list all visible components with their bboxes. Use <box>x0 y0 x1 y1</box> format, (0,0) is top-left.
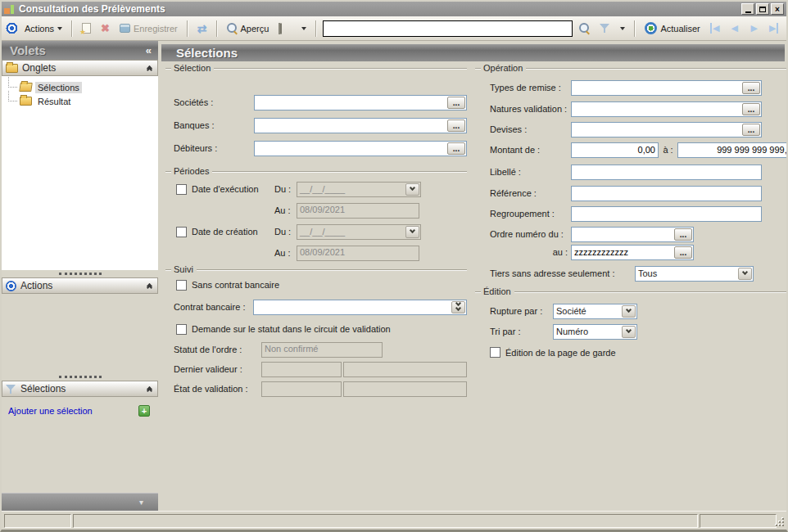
add-selection-button[interactable]: + <box>138 405 150 417</box>
new-document-icon <box>82 23 91 34</box>
save-button[interactable]: Enregistrer <box>116 22 181 35</box>
section-header-selections[interactable]: Sélections <box>2 381 158 397</box>
main-panel: Sélections Sélection Sociétés : ... Banq… <box>161 41 785 511</box>
nav-last-button[interactable]: ▶ <box>766 21 782 36</box>
actions-icon <box>6 22 18 34</box>
refresh-icon <box>645 22 657 34</box>
row-libelle: Libellé : <box>475 164 786 180</box>
search-button[interactable] <box>576 21 593 35</box>
demande-statut-checkbox[interactable] <box>176 324 187 335</box>
collapse-section-icon <box>147 387 152 390</box>
chevron-down-icon[interactable] <box>405 226 419 238</box>
natures-validation-browse-button[interactable]: ... <box>742 103 760 115</box>
chevron-down-icon[interactable] <box>622 326 636 338</box>
print-button[interactable] <box>275 22 295 35</box>
ordre-numero-au-browse-button[interactable]: ... <box>674 246 692 259</box>
minimize-button[interactable] <box>741 3 754 15</box>
montant-max-input[interactable] <box>678 143 788 157</box>
rupture-par-combo[interactable]: Société <box>553 304 637 319</box>
refresh-button[interactable]: Actualiser <box>641 20 703 36</box>
societes-input[interactable] <box>255 96 446 110</box>
actions-menu-button[interactable]: Actions <box>21 22 66 35</box>
chevron-down-icon[interactable] <box>622 305 636 318</box>
tiers-sans-adresse-combo[interactable]: Tous <box>635 266 754 282</box>
ordre-numero-du-input[interactable] <box>572 228 673 241</box>
devises-input[interactable] <box>572 123 741 137</box>
search-input[interactable] <box>323 20 573 37</box>
date-execution-checkbox[interactable] <box>176 184 187 195</box>
chevron-down-icon <box>620 27 625 30</box>
sidebar-splitter[interactable] <box>2 270 158 277</box>
page-title-bar: Sélections <box>161 44 785 61</box>
tri-par-combo[interactable]: Numéro <box>553 324 637 340</box>
collapse-section-icon <box>147 284 152 287</box>
maximize-button[interactable] <box>756 3 769 15</box>
nav-previous-button[interactable]: ◀ <box>727 21 743 36</box>
row-devises: Devises : ... <box>475 121 786 138</box>
libelle-input[interactable] <box>572 165 761 179</box>
debiteurs-input[interactable] <box>255 142 446 156</box>
section-header-actions[interactable]: Actions <box>2 277 158 294</box>
filter-dropdown-button[interactable] <box>617 25 628 32</box>
ordre-numero-au-input[interactable] <box>572 246 673 259</box>
delete-icon: ✖ <box>101 23 110 34</box>
devises-browse-button[interactable]: ... <box>742 124 760 136</box>
societes-browse-button[interactable]: ... <box>447 97 465 109</box>
new-button[interactable] <box>79 21 94 35</box>
add-selection-row: Ajouter une sélection + <box>2 397 158 417</box>
collapse-sidebar-button[interactable]: « <box>146 44 152 56</box>
nav-previous-icon: ◀ <box>731 23 737 34</box>
folder-icon <box>20 97 32 106</box>
sidebar-splitter[interactable] <box>2 373 158 381</box>
dernier-valideur-field-2 <box>343 362 467 377</box>
banques-browse-button[interactable]: ... <box>447 119 465 132</box>
nav-first-button[interactable]: ◀ <box>707 21 723 36</box>
double-chevron-down-icon[interactable] <box>451 301 465 313</box>
row-types-remise: Types de remise : ... <box>475 79 786 96</box>
banques-input[interactable] <box>255 119 446 133</box>
row-contrat-bancaire: Contrat bancaire : <box>165 299 467 315</box>
delete-button[interactable]: ✖ <box>97 21 113 35</box>
regroupement-input[interactable] <box>572 207 761 221</box>
date-creation-au-field: 08/09/2021 <box>297 246 419 261</box>
debiteurs-browse-button[interactable]: ... <box>447 142 465 155</box>
sidebar-header: Volets « <box>2 41 158 60</box>
chevron-down-icon[interactable] <box>738 268 752 280</box>
field-row-societes: Sociétés : ... <box>165 94 467 110</box>
nav-next-button[interactable]: ▶ <box>746 21 763 36</box>
sync-button[interactable]: ⇄ <box>194 20 211 37</box>
types-remise-browse-button[interactable]: ... <box>742 82 760 94</box>
montant-min-input[interactable] <box>572 143 658 157</box>
close-button[interactable]: × <box>771 3 784 15</box>
contrat-bancaire-combo[interactable] <box>253 300 467 315</box>
ordre-numero-du-browse-button[interactable]: ... <box>674 228 692 241</box>
date-creation-du-combo[interactable]: __/__/____ <box>297 224 421 240</box>
group-label: Opération <box>483 63 523 73</box>
add-selection-link[interactable]: Ajouter une sélection <box>8 406 93 416</box>
nav-last-icon: ▶ <box>769 23 778 34</box>
reference-input[interactable] <box>572 187 761 201</box>
sans-contrat-checkbox[interactable] <box>176 280 187 291</box>
section-header-onglets[interactable]: Onglets <box>2 60 158 76</box>
tree-item-selections[interactable]: Sélections <box>2 80 158 94</box>
row-rupture-par: Rupture par : Société <box>475 303 786 319</box>
actions-section-body <box>2 294 158 373</box>
status-panel-1 <box>4 514 71 528</box>
filter-button[interactable] <box>596 21 614 35</box>
natures-validation-input[interactable] <box>572 102 741 116</box>
preview-button[interactable]: Aperçu <box>224 21 273 35</box>
group-label: Édition <box>483 286 511 296</box>
page-garde-checkbox[interactable] <box>490 347 500 358</box>
toolbar-separator <box>315 20 317 37</box>
date-execution-du-combo[interactable]: __/__/____ <box>297 182 421 197</box>
print-dropdown-button[interactable] <box>298 25 310 32</box>
footer-arrow-icon[interactable]: ▾ <box>139 498 143 507</box>
chevron-down-icon[interactable] <box>405 183 419 196</box>
resize-grip[interactable] <box>776 518 784 526</box>
group-periodes: Périodes Date d'exécution Du : __/__/___… <box>165 166 467 261</box>
tabs-tree: Sélections Résultat <box>2 76 158 270</box>
row-demande-statut: Demande sur le statut dans le circuit de… <box>165 322 467 336</box>
types-remise-input[interactable] <box>572 81 741 95</box>
date-creation-checkbox[interactable] <box>176 227 187 237</box>
tree-item-resultat[interactable]: Résultat <box>2 94 158 108</box>
